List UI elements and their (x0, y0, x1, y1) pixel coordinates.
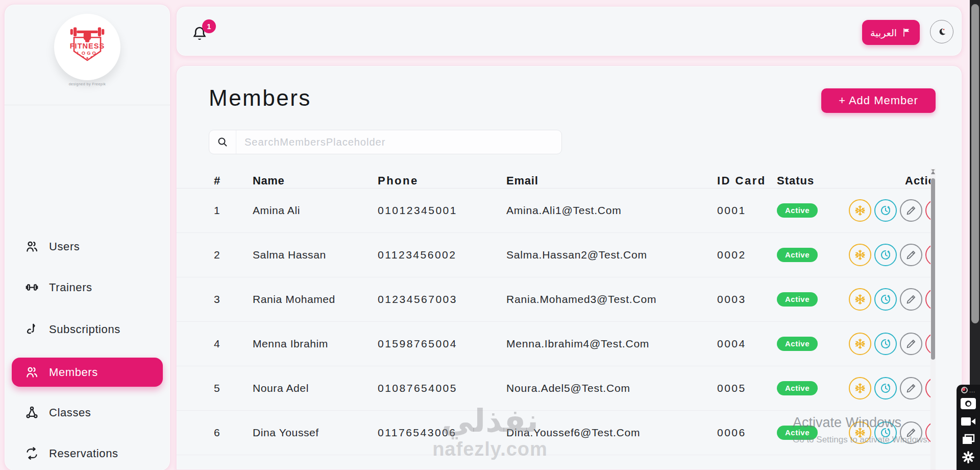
flag-icon (902, 28, 912, 37)
freeze-action-button[interactable] (849, 288, 871, 311)
pencil-icon (905, 338, 917, 350)
add-member-button[interactable]: + Add Member (821, 88, 936, 113)
header-index: # (214, 174, 220, 187)
edit-action-button[interactable] (900, 333, 922, 355)
members-page: Members + Add Member # Name Phone Email … (176, 65, 962, 470)
cell-index: 6 (214, 427, 220, 439)
freeze-action-button[interactable] (849, 421, 871, 444)
delete-action-button[interactable] (925, 421, 930, 444)
theme-toggle-button[interactable] (930, 20, 953, 43)
record-video-button[interactable] (959, 414, 977, 429)
header-actions: Actions (905, 174, 930, 187)
cell-phone: 01598765004 (378, 338, 457, 350)
cell-name: Dina Youssef (253, 427, 319, 439)
freeze-action-button[interactable] (849, 333, 871, 355)
capture-logo-icon[interactable] (961, 387, 968, 393)
clock-icon (879, 204, 892, 217)
cell-email: Rania.Mohamed3@Test.Com (506, 293, 656, 306)
status-badge: Active (777, 203, 818, 218)
sidebar-item-reservations[interactable]: Reservations (12, 439, 163, 468)
moon-icon (937, 27, 947, 37)
cell-status: Active (777, 426, 818, 440)
pencil-icon (905, 382, 917, 394)
sidebar-item-users[interactable]: Users (12, 232, 163, 261)
notifications-button[interactable]: 1 (191, 19, 217, 46)
svg-text:FITNESS: FITNESS (70, 42, 105, 50)
freeze-action-button[interactable] (849, 377, 871, 400)
history-action-button[interactable] (874, 244, 897, 266)
header-phone: Phone (378, 174, 419, 187)
delete-action-button[interactable] (925, 333, 930, 355)
history-action-button[interactable] (874, 421, 897, 444)
recorder-header: ... (961, 387, 975, 393)
history-action-button[interactable] (874, 288, 897, 311)
users-icon (25, 240, 39, 253)
clock-icon (879, 427, 892, 439)
members-icon (25, 365, 39, 379)
camera-icon (961, 398, 976, 409)
status-badge: Active (777, 426, 818, 440)
cell-actions (849, 288, 930, 311)
status-badge: Active (777, 292, 818, 307)
delete-action-button[interactable] (925, 244, 930, 266)
history-action-button[interactable] (874, 199, 897, 222)
snowflake-icon (854, 293, 866, 306)
table-row: 3 Rania Mohamed 01234567003 Rania.Mohame… (177, 277, 930, 322)
language-switch-button[interactable]: العربية (862, 20, 920, 45)
cell-index: 4 (214, 338, 220, 350)
sidebar-item-members[interactable]: Members (12, 358, 163, 387)
freeze-action-button[interactable] (849, 199, 871, 222)
cell-email: Salma.Hassan2@Test.Com (506, 249, 647, 261)
pencil-icon (905, 249, 917, 261)
search-icon (209, 130, 236, 154)
edit-action-button[interactable] (900, 199, 922, 222)
browser-scrollbar-thumb[interactable] (971, 4, 979, 323)
delete-action-button[interactable] (925, 199, 930, 222)
cell-idcard: 0002 (717, 249, 746, 261)
signature-pen-icon (25, 322, 39, 336)
edit-action-button[interactable] (900, 421, 922, 444)
freeze-action-button[interactable] (849, 244, 871, 266)
table-header: # Name Phone Email ID Card Status Action… (177, 168, 930, 189)
svg-text:LOGO: LOGO (77, 51, 97, 56)
recorder-settings-button[interactable] (959, 450, 977, 465)
cell-actions (849, 199, 930, 222)
notification-count-badge: 1 (202, 19, 216, 33)
table-row: 2 Salma Hassan 01123456002 Salma.Hassan2… (177, 233, 930, 277)
delete-action-button[interactable] (925, 377, 930, 400)
header-name: Name (253, 174, 284, 187)
scroll-up-arrow[interactable] (931, 170, 935, 174)
pencil-icon (905, 204, 917, 217)
sidebar-item-trainers[interactable]: Trainers (12, 273, 163, 302)
cell-actions (849, 333, 930, 355)
cell-idcard: 0004 (717, 338, 746, 350)
cell-status: Active (777, 381, 818, 395)
history-action-button[interactable] (874, 333, 897, 355)
cell-idcard: 0005 (717, 382, 746, 394)
edit-action-button[interactable] (900, 377, 922, 400)
table-scrollbar-thumb[interactable] (931, 178, 935, 360)
edit-action-button[interactable] (900, 244, 922, 266)
windows-capture-button[interactable] (959, 432, 977, 447)
snowflake-icon (854, 382, 866, 394)
share-nodes-icon (25, 406, 39, 419)
fitness-logo-icon: FITNESS LOGO (61, 20, 114, 74)
cell-name: Menna Ibrahim (253, 338, 328, 350)
cell-actions (849, 421, 930, 444)
status-badge: Active (777, 337, 818, 351)
search-input[interactable] (236, 130, 561, 154)
history-action-button[interactable] (874, 377, 897, 400)
sidebar-item-subscriptions[interactable]: Subscriptions (12, 315, 163, 344)
cell-name: Noura Adel (253, 382, 309, 394)
repeat-icon (25, 447, 39, 460)
cell-index: 2 (214, 249, 220, 261)
snowflake-icon (854, 338, 866, 350)
pencil-icon (905, 427, 917, 439)
delete-action-button[interactable] (925, 288, 930, 311)
sidebar: FITNESS LOGO designed by Freepik Users T… (4, 4, 170, 470)
sidebar-item-classes[interactable]: Classes (12, 398, 163, 427)
edit-action-button[interactable] (900, 288, 922, 311)
recorder-menu-dots[interactable]: ... (969, 388, 975, 392)
screenshot-camera-button[interactable] (959, 396, 977, 411)
gear-icon (962, 451, 975, 464)
